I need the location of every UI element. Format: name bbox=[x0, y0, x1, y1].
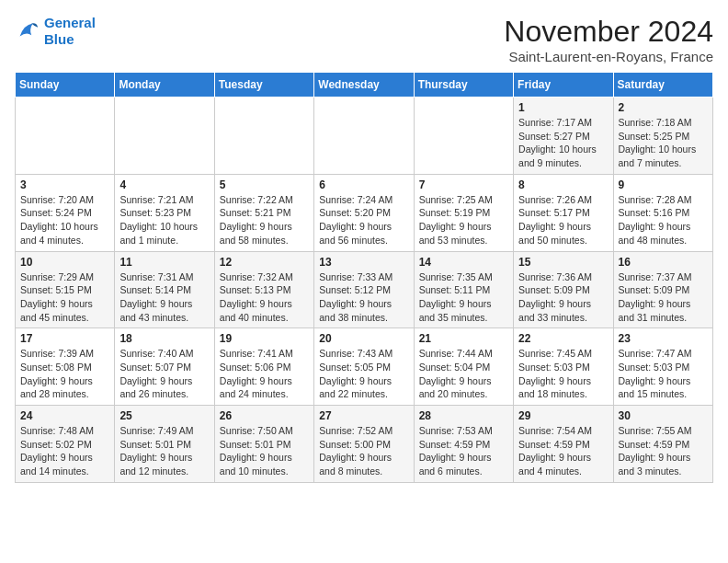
calendar-day-cell: 24Sunrise: 7:48 AM Sunset: 5:02 PM Dayli… bbox=[16, 406, 115, 483]
day-info: Sunrise: 7:21 AM Sunset: 5:23 PM Dayligh… bbox=[119, 193, 209, 247]
logo-line2: Blue bbox=[44, 31, 74, 47]
day-info: Sunrise: 7:43 AM Sunset: 5:05 PM Dayligh… bbox=[319, 347, 408, 401]
day-number: 28 bbox=[419, 409, 508, 422]
day-number: 9 bbox=[619, 178, 708, 191]
calendar-week-row: 1Sunrise: 7:17 AM Sunset: 5:27 PM Daylig… bbox=[16, 98, 713, 175]
calendar-day-cell: 28Sunrise: 7:53 AM Sunset: 4:59 PM Dayli… bbox=[414, 406, 513, 483]
calendar-day-cell: 26Sunrise: 7:50 AM Sunset: 5:01 PM Dayli… bbox=[214, 406, 313, 483]
day-number: 27 bbox=[319, 409, 408, 422]
day-info: Sunrise: 7:36 AM Sunset: 5:09 PM Dayligh… bbox=[518, 270, 608, 325]
page-header: General Blue November 2024 Saint-Laurent… bbox=[15, 15, 713, 64]
calendar-day-cell: 22Sunrise: 7:45 AM Sunset: 5:03 PM Dayli… bbox=[514, 328, 613, 406]
calendar-day-cell bbox=[214, 98, 313, 175]
day-info: Sunrise: 7:22 AM Sunset: 5:21 PM Dayligh… bbox=[220, 193, 309, 247]
day-number: 11 bbox=[119, 256, 209, 269]
calendar-day-cell bbox=[16, 98, 115, 175]
day-info: Sunrise: 7:48 AM Sunset: 5:02 PM Dayligh… bbox=[20, 424, 109, 478]
day-number: 24 bbox=[20, 409, 109, 422]
day-number: 13 bbox=[319, 256, 408, 269]
day-number: 21 bbox=[419, 332, 508, 345]
day-number: 25 bbox=[119, 409, 209, 422]
day-info: Sunrise: 7:25 AM Sunset: 5:19 PM Dayligh… bbox=[419, 193, 508, 247]
day-number: 18 bbox=[119, 332, 209, 345]
calendar-week-row: 24Sunrise: 7:48 AM Sunset: 5:02 PM Dayli… bbox=[16, 406, 713, 483]
day-info: Sunrise: 7:37 AM Sunset: 5:09 PM Dayligh… bbox=[619, 270, 708, 325]
day-number: 20 bbox=[319, 332, 408, 345]
day-info: Sunrise: 7:29 AM Sunset: 5:15 PM Dayligh… bbox=[20, 270, 109, 325]
day-info: Sunrise: 7:50 AM Sunset: 5:01 PM Dayligh… bbox=[220, 424, 309, 478]
day-number: 8 bbox=[518, 178, 608, 191]
calendar-week-row: 10Sunrise: 7:29 AM Sunset: 5:15 PM Dayli… bbox=[16, 251, 713, 328]
day-number: 19 bbox=[220, 332, 309, 345]
calendar-week-row: 3Sunrise: 7:20 AM Sunset: 5:24 PM Daylig… bbox=[16, 174, 713, 251]
title-block: November 2024 Saint-Laurent-en-Royans, F… bbox=[504, 15, 713, 64]
day-number: 30 bbox=[619, 409, 708, 422]
calendar-day-cell: 12Sunrise: 7:32 AM Sunset: 5:13 PM Dayli… bbox=[214, 251, 313, 328]
calendar-day-cell: 9Sunrise: 7:28 AM Sunset: 5:16 PM Daylig… bbox=[613, 174, 712, 251]
calendar-table: SundayMondayTuesdayWednesdayThursdayFrid… bbox=[15, 72, 713, 483]
logo-line1: General bbox=[44, 15, 96, 30]
calendar-day-cell: 4Sunrise: 7:21 AM Sunset: 5:23 PM Daylig… bbox=[115, 174, 214, 251]
calendar-day-cell: 13Sunrise: 7:33 AM Sunset: 5:12 PM Dayli… bbox=[314, 251, 414, 328]
day-number: 6 bbox=[319, 178, 408, 191]
day-info: Sunrise: 7:44 AM Sunset: 5:04 PM Dayligh… bbox=[419, 347, 508, 401]
day-info: Sunrise: 7:40 AM Sunset: 5:07 PM Dayligh… bbox=[119, 347, 209, 401]
calendar-day-cell: 25Sunrise: 7:49 AM Sunset: 5:01 PM Dayli… bbox=[115, 406, 214, 483]
logo-bird-icon bbox=[15, 18, 40, 44]
day-number: 10 bbox=[20, 256, 109, 269]
day-info: Sunrise: 7:49 AM Sunset: 5:01 PM Dayligh… bbox=[119, 424, 209, 478]
calendar-week-row: 17Sunrise: 7:39 AM Sunset: 5:08 PM Dayli… bbox=[16, 328, 713, 406]
calendar-day-cell: 11Sunrise: 7:31 AM Sunset: 5:14 PM Dayli… bbox=[115, 251, 214, 328]
day-number: 12 bbox=[220, 256, 309, 269]
day-number: 2 bbox=[619, 101, 708, 114]
day-number: 1 bbox=[518, 101, 608, 114]
calendar-day-cell: 14Sunrise: 7:35 AM Sunset: 5:11 PM Dayli… bbox=[414, 251, 513, 328]
calendar-day-cell: 27Sunrise: 7:52 AM Sunset: 5:00 PM Dayli… bbox=[314, 406, 414, 483]
calendar-day-cell: 19Sunrise: 7:41 AM Sunset: 5:06 PM Dayli… bbox=[214, 328, 313, 406]
calendar-day-cell: 23Sunrise: 7:47 AM Sunset: 5:03 PM Dayli… bbox=[613, 328, 712, 406]
page-title: November 2024 bbox=[504, 15, 713, 49]
day-number: 4 bbox=[119, 178, 209, 191]
day-number: 5 bbox=[220, 178, 309, 191]
calendar-day-cell: 3Sunrise: 7:20 AM Sunset: 5:24 PM Daylig… bbox=[16, 174, 115, 251]
day-info: Sunrise: 7:41 AM Sunset: 5:06 PM Dayligh… bbox=[220, 347, 309, 401]
calendar-day-cell: 30Sunrise: 7:55 AM Sunset: 4:59 PM Dayli… bbox=[613, 406, 712, 483]
weekday-header: Saturday bbox=[613, 73, 712, 98]
calendar-day-cell: 16Sunrise: 7:37 AM Sunset: 5:09 PM Dayli… bbox=[613, 251, 712, 328]
calendar-day-cell: 5Sunrise: 7:22 AM Sunset: 5:21 PM Daylig… bbox=[214, 174, 313, 251]
calendar-day-cell bbox=[314, 98, 414, 175]
day-number: 22 bbox=[518, 332, 608, 345]
day-info: Sunrise: 7:20 AM Sunset: 5:24 PM Dayligh… bbox=[20, 193, 109, 247]
calendar-day-cell bbox=[115, 98, 214, 175]
page-subtitle: Saint-Laurent-en-Royans, France bbox=[504, 49, 713, 64]
calendar-day-cell: 17Sunrise: 7:39 AM Sunset: 5:08 PM Dayli… bbox=[16, 328, 115, 406]
day-info: Sunrise: 7:45 AM Sunset: 5:03 PM Dayligh… bbox=[518, 347, 608, 401]
weekday-header: Tuesday bbox=[214, 73, 313, 98]
calendar-header-row: SundayMondayTuesdayWednesdayThursdayFrid… bbox=[16, 73, 713, 98]
day-info: Sunrise: 7:52 AM Sunset: 5:00 PM Dayligh… bbox=[319, 424, 408, 478]
day-number: 3 bbox=[20, 178, 109, 191]
calendar-day-cell: 18Sunrise: 7:40 AM Sunset: 5:07 PM Dayli… bbox=[115, 328, 214, 406]
calendar-day-cell: 7Sunrise: 7:25 AM Sunset: 5:19 PM Daylig… bbox=[414, 174, 513, 251]
day-info: Sunrise: 7:35 AM Sunset: 5:11 PM Dayligh… bbox=[419, 270, 508, 325]
day-info: Sunrise: 7:28 AM Sunset: 5:16 PM Dayligh… bbox=[619, 193, 708, 247]
day-info: Sunrise: 7:54 AM Sunset: 4:59 PM Dayligh… bbox=[518, 424, 608, 478]
calendar-day-cell: 21Sunrise: 7:44 AM Sunset: 5:04 PM Dayli… bbox=[414, 328, 513, 406]
calendar-day-cell: 8Sunrise: 7:26 AM Sunset: 5:17 PM Daylig… bbox=[514, 174, 613, 251]
day-info: Sunrise: 7:18 AM Sunset: 5:25 PM Dayligh… bbox=[619, 116, 708, 170]
day-number: 15 bbox=[518, 256, 608, 269]
weekday-header: Wednesday bbox=[314, 73, 414, 98]
weekday-header: Sunday bbox=[16, 73, 115, 98]
logo-text: General Blue bbox=[44, 15, 96, 48]
weekday-header: Thursday bbox=[414, 73, 513, 98]
day-info: Sunrise: 7:53 AM Sunset: 4:59 PM Dayligh… bbox=[419, 424, 508, 478]
day-info: Sunrise: 7:24 AM Sunset: 5:20 PM Dayligh… bbox=[319, 193, 408, 247]
day-info: Sunrise: 7:32 AM Sunset: 5:13 PM Dayligh… bbox=[220, 270, 309, 325]
day-info: Sunrise: 7:47 AM Sunset: 5:03 PM Dayligh… bbox=[619, 347, 708, 401]
logo: General Blue bbox=[15, 15, 96, 48]
calendar-day-cell: 6Sunrise: 7:24 AM Sunset: 5:20 PM Daylig… bbox=[314, 174, 414, 251]
day-number: 7 bbox=[419, 178, 508, 191]
calendar-day-cell: 2Sunrise: 7:18 AM Sunset: 5:25 PM Daylig… bbox=[613, 98, 712, 175]
day-number: 14 bbox=[419, 256, 508, 269]
day-number: 29 bbox=[518, 409, 608, 422]
